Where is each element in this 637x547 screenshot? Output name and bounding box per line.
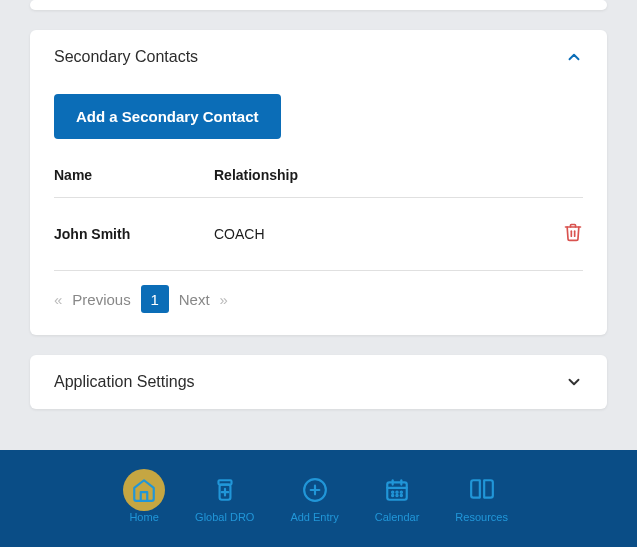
- nav-resources-label: Resources: [455, 511, 508, 523]
- column-name: Name: [54, 167, 214, 183]
- svg-point-15: [396, 494, 397, 495]
- pager-first-icon[interactable]: «: [54, 291, 62, 308]
- add-secondary-contact-button[interactable]: Add a Secondary Contact: [54, 94, 281, 139]
- chevron-up-icon: [565, 48, 583, 66]
- secondary-contacts-header[interactable]: Secondary Contacts: [30, 30, 607, 84]
- application-settings-card: Application Settings: [30, 355, 607, 409]
- nav-home-label: Home: [129, 511, 158, 523]
- svg-point-11: [392, 491, 393, 492]
- svg-point-14: [392, 494, 393, 495]
- main-scroll[interactable]: Secondary Contacts Add a Secondary Conta…: [0, 0, 637, 450]
- secondary-contacts-card: Secondary Contacts Add a Secondary Conta…: [30, 30, 607, 335]
- secondary-contacts-title: Secondary Contacts: [54, 48, 198, 66]
- contact-name: John Smith: [54, 226, 214, 242]
- pill-bottle-icon: [210, 475, 240, 505]
- nav-calendar-label: Calendar: [375, 511, 420, 523]
- nav-calendar[interactable]: Calendar: [375, 475, 420, 523]
- column-relationship: Relationship: [214, 167, 543, 183]
- nav-add-entry-label: Add Entry: [290, 511, 338, 523]
- nav-resources[interactable]: Resources: [455, 475, 508, 523]
- pager-previous[interactable]: Previous: [72, 291, 130, 308]
- nav-global-dro-label: Global DRO: [195, 511, 254, 523]
- pager-next[interactable]: Next: [179, 291, 210, 308]
- svg-rect-1: [218, 480, 231, 484]
- secondary-contacts-body: Add a Secondary Contact Name Relationshi…: [30, 84, 607, 335]
- column-actions: [543, 167, 583, 183]
- nav-add-entry[interactable]: Add Entry: [290, 475, 338, 523]
- contact-relationship: COACH: [214, 226, 543, 242]
- application-settings-header[interactable]: Application Settings: [30, 355, 607, 409]
- calendar-icon: [382, 475, 412, 505]
- nav-home[interactable]: Home: [129, 475, 159, 523]
- pager-current-page[interactable]: 1: [141, 285, 169, 313]
- contacts-header-row: Name Relationship: [54, 167, 583, 198]
- svg-point-16: [401, 494, 402, 495]
- card-stub-prev: [30, 0, 607, 10]
- application-settings-title: Application Settings: [54, 373, 195, 391]
- chevron-down-icon: [565, 373, 583, 391]
- delete-contact-button[interactable]: [543, 222, 583, 246]
- svg-point-12: [396, 491, 397, 492]
- pagination: « Previous 1 Next »: [54, 271, 583, 315]
- svg-point-13: [401, 491, 402, 492]
- bottom-navigation: Home Global DRO Add Entry Calendar Resou…: [0, 450, 637, 547]
- book-icon: [467, 475, 497, 505]
- pager-last-icon[interactable]: »: [220, 291, 228, 308]
- home-icon: [129, 475, 159, 505]
- table-row: John Smith COACH: [54, 198, 583, 271]
- plus-circle-icon: [300, 475, 330, 505]
- nav-global-dro[interactable]: Global DRO: [195, 475, 254, 523]
- trash-icon: [563, 228, 583, 245]
